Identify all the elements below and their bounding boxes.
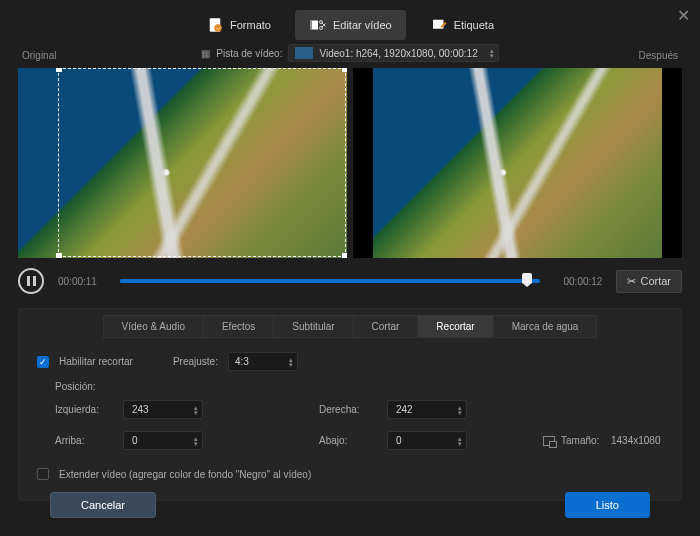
track-thumbnail [295,47,313,59]
crop-handle[interactable] [342,253,347,258]
bottom-label: Abajo: [319,435,379,446]
size-label-wrap: Tamaño: [543,435,603,446]
bottom-input[interactable]: 0▴▾ [387,431,467,450]
slider-thumb[interactable] [522,273,532,287]
preview-after [353,68,682,258]
track-row: ▦ Pista de vídeo: Video1: h264, 1920x108… [0,42,700,64]
tab-etiqueta[interactable]: Etiqueta [416,10,508,40]
left-label: Izquierda: [55,404,115,415]
size-icon [543,436,555,446]
subtab-marca-agua[interactable]: Marca de agua [493,315,598,338]
close-icon[interactable]: ✕ [677,6,690,25]
sub-tabs: Vídeo & Audio Efectos Subtitular Cortar … [19,309,681,338]
subtab-cortar[interactable]: Cortar [353,315,419,338]
svg-point-1 [214,24,222,32]
subtab-subtitular[interactable]: Subtitular [273,315,353,338]
preset-value: 4:3 [235,356,249,367]
tab-editar-video[interactable]: Editar vídeo [295,10,406,40]
video-frame [373,68,663,258]
size-value: 1434x1080 [611,435,691,446]
scissors-film-icon [309,16,327,34]
crop-handle[interactable] [342,68,347,72]
preset-label: Preajuste: [173,356,218,367]
panel-body: ✓ Habilitar recortar Preajuste: 4:3 ▴▾ P… [19,338,681,500]
ok-button[interactable]: Listo [565,492,650,518]
svg-rect-3 [310,21,312,30]
seek-slider[interactable] [120,279,540,283]
time-total: 00:00:12 [554,276,602,287]
chevron-updown-icon: ▴▾ [490,48,494,58]
preset-select[interactable]: 4:3 ▴▾ [228,352,298,371]
cancel-button[interactable]: Cancelar [50,492,156,518]
document-icon [206,16,224,34]
enable-crop-checkbox[interactable]: ✓ [37,356,49,368]
tag-pencil-icon [430,16,448,34]
pause-icon [27,276,36,286]
tab-label: Editar vídeo [333,19,392,31]
crop-handle[interactable] [56,68,62,72]
crop-selection[interactable] [58,68,346,257]
position-label: Posición: [55,381,663,392]
left-input[interactable]: 243▴▾ [123,400,203,419]
cut-label: Cortar [640,275,671,287]
subtab-recortar[interactable]: Recortar [417,315,493,338]
spinner-icon[interactable]: ▴▾ [194,405,198,415]
enable-crop-label: Habilitar recortar [59,356,133,367]
label-original: Original [22,50,56,61]
tab-label: Formato [230,19,271,31]
right-input[interactable]: 242▴▾ [387,400,467,419]
pause-button[interactable] [18,268,44,294]
time-current: 00:00:11 [58,276,106,287]
label-despues: Después [639,50,678,61]
track-value: Video1: h264, 1920x1080, 00:00:12 [319,48,477,59]
playback-controls: 00:00:11 00:00:12 ✂ Cortar [0,258,700,308]
top-tabs: Formato Editar vídeo Etiqueta [0,0,700,42]
preview-area: Original Después [0,64,700,258]
chevron-updown-icon: ▴▾ [289,357,293,367]
top-label: Arriba: [55,435,115,446]
spinner-icon[interactable]: ▴▾ [458,436,462,446]
size-label: Tamaño: [561,435,599,446]
right-label: Derecha: [319,404,379,415]
spinner-icon[interactable]: ▴▾ [458,405,462,415]
crop-handle[interactable] [56,253,62,258]
track-label: Pista de vídeo: [216,48,282,59]
tab-formato[interactable]: Formato [192,10,285,40]
track-select[interactable]: Video1: h264, 1920x1080, 00:00:12 ▴▾ [288,44,498,62]
footer: Cancelar Listo [0,478,700,536]
cut-button[interactable]: ✂ Cortar [616,270,682,293]
subtab-efectos[interactable]: Efectos [203,315,274,338]
scissors-icon: ✂ [627,275,636,288]
subtab-video-audio[interactable]: Vídeo & Audio [103,315,204,338]
top-input[interactable]: 0▴▾ [123,431,203,450]
edit-panel: Vídeo & Audio Efectos Subtitular Cortar … [18,308,682,501]
slider-fill [120,279,532,283]
preview-original[interactable] [18,68,347,258]
spinner-icon[interactable]: ▴▾ [194,436,198,446]
tab-label: Etiqueta [454,19,494,31]
